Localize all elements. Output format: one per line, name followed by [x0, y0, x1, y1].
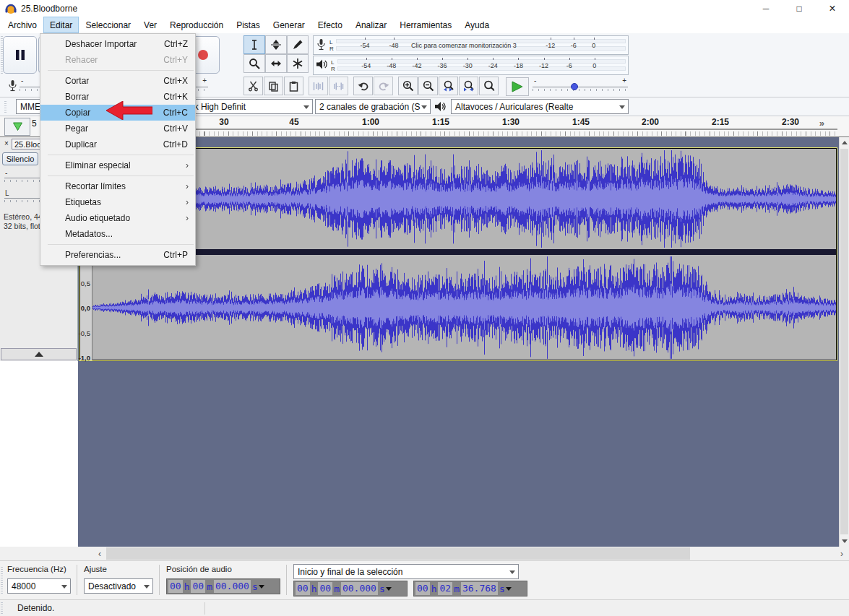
selection-start-field[interactable]: 00h00m00.000s [293, 581, 408, 597]
zoom-selection-button[interactable] [439, 77, 458, 95]
timeshift-tool-button[interactable] [265, 54, 287, 73]
menubar-item-ayuda[interactable]: Ayuda [458, 17, 496, 33]
zoom-tool-button[interactable] [244, 54, 265, 73]
scroll-right-arrow[interactable]: › [836, 547, 848, 560]
zoom-in-icon [402, 80, 414, 92]
meter-tick-label: -6 [571, 42, 577, 49]
selection-mode-combo[interactable]: Inicio y final de la selección [293, 564, 519, 579]
menu-item-preferencias[interactable]: Preferencias...Ctrl+P [40, 247, 195, 263]
undo-button[interactable] [353, 77, 373, 95]
menu-item-duplicar[interactable]: DuplicarCtrl+D [40, 136, 195, 152]
copy-button[interactable] [264, 77, 283, 95]
time-field-dropdown-arrow[interactable] [386, 581, 392, 596]
audio-position-label: Posición de audio [166, 565, 232, 573]
menu-item-etiquetas[interactable]: Etiquetas› [40, 194, 195, 210]
menu-item-metadatos[interactable]: Metadatos... [40, 226, 195, 242]
rate-combo[interactable]: 48000 [7, 578, 71, 594]
track-close-button[interactable]: × [2, 139, 11, 148]
menu-item-label: Rehacer [65, 55, 98, 65]
horizontal-scrollbar-thumb[interactable] [106, 547, 690, 560]
menu-item-shortcut: Ctrl+P [163, 250, 188, 260]
menu-item-audio-etiquetado[interactable]: Audio etiquetado› [40, 210, 195, 226]
snap-combo[interactable]: Desactivado [84, 578, 153, 594]
time-field-dropdown-arrow[interactable] [259, 579, 265, 594]
timeline-label-2-00: 2:00 [642, 117, 659, 127]
zoom-toggle-button[interactable] [479, 77, 499, 95]
menubar-item-archivo[interactable]: Archivo [1, 17, 43, 33]
timeline-label-2-30: 2:30 [782, 117, 799, 127]
scroll-left-arrow[interactable]: ‹ [94, 547, 105, 560]
mute-button[interactable]: Silencio [2, 152, 38, 165]
selection-mode-value: Inicio y final de la selección [298, 567, 402, 577]
redo-button[interactable] [374, 77, 393, 95]
multi-icon [292, 58, 303, 69]
menu-item-eliminar-especial[interactable]: Eliminar especial› [40, 157, 195, 173]
time-unit: s [499, 584, 506, 594]
mic-icon [7, 79, 18, 94]
zoom-in-button[interactable] [398, 77, 418, 95]
time-digits[interactable]: 00 [191, 580, 205, 593]
menubar-item-editar[interactable]: Editar [43, 17, 79, 33]
menu-item-recortar-limites[interactable]: Recortar límites› [40, 178, 195, 194]
menubar-item-pistas[interactable]: Pistas [230, 17, 267, 33]
menubar-item-seleccionar[interactable]: Seleccionar [79, 17, 137, 33]
menu-item-cortar[interactable]: CortarCtrl+X [40, 73, 195, 89]
time-digits[interactable]: 00 [168, 580, 183, 593]
time-digits[interactable]: 36.768 [461, 582, 498, 595]
audio-position-field[interactable]: 00h00m00.000s [166, 578, 280, 594]
draw-tool-button[interactable] [287, 35, 309, 54]
recording-channels-combo[interactable]: 2 canales de grabación (S [315, 99, 431, 114]
menu-item-pegar[interactable]: PegarCtrl+V [40, 121, 195, 136]
selection-tool-button[interactable] [244, 35, 265, 54]
timeline-pin-button[interactable] [4, 118, 30, 136]
trim-audio-button[interactable] [309, 77, 328, 95]
vertical-scrollbar[interactable] [839, 137, 849, 547]
time-digits[interactable]: 00 [318, 582, 332, 595]
time-field-dropdown-arrow[interactable] [506, 581, 512, 596]
maximize-button[interactable]: □ [783, 0, 816, 17]
play-speed-slider-thumb[interactable] [571, 83, 578, 90]
meter-tick-label: -12 [539, 62, 548, 69]
playback-meter[interactable]: LR-54-48-42-36-30-24-18-12-60 [313, 56, 629, 75]
pencil-icon [292, 39, 303, 51]
menubar-item-analizar[interactable]: Analizar [349, 17, 393, 33]
menubar-item-ver[interactable]: Ver [137, 17, 163, 33]
time-digits[interactable]: 00.000 [214, 580, 251, 593]
silence-audio-button[interactable] [329, 77, 348, 95]
scroll-up-arrow[interactable] [840, 137, 849, 148]
time-digits[interactable]: 00 [415, 582, 430, 595]
zoom-fit-button[interactable] [459, 77, 478, 95]
track-collapse-button[interactable] [1, 348, 77, 360]
recording-meter[interactable]: LR-54-48Clic para comenzar monitorizació… [313, 35, 629, 55]
play-at-speed-button[interactable] [506, 77, 529, 96]
close-button[interactable]: × [816, 0, 849, 17]
time-digits[interactable]: 00.000 [341, 582, 378, 595]
vertical-scrollbar-thumb[interactable] [840, 149, 848, 534]
menubar-item-herramientas[interactable]: Herramientas [393, 17, 458, 33]
menu-item-deshacer-importar[interactable]: Deshacer ImportarCtrl+Z [40, 36, 195, 52]
waveform-left-channel[interactable] [92, 149, 836, 249]
multi-tool-button[interactable] [287, 54, 309, 73]
play-speed-slider[interactable]: - + [533, 81, 628, 92]
title-bar: 25.Bloodborne ─ □ × [0, 0, 849, 17]
monitoring-message[interactable]: Clic para comenzar monitorización 3 [411, 42, 517, 49]
selection-end-field[interactable]: 00h02m36.768s [413, 581, 527, 597]
time-digits[interactable]: 00 [296, 582, 310, 595]
scroll-down-arrow[interactable] [840, 536, 849, 547]
toolbar-grip[interactable] [1, 567, 3, 594]
pause-button[interactable] [3, 36, 37, 74]
envelope-tool-button[interactable] [265, 35, 287, 54]
waveform-right-channel[interactable] [92, 255, 836, 360]
toolbar-grip[interactable] [4, 101, 7, 113]
playback-device-combo[interactable]: Altavoces / Auriculares (Realte [451, 99, 629, 114]
menubar-item-generar[interactable]: Generar [267, 17, 311, 33]
minimize-button[interactable]: ─ [749, 0, 783, 17]
horizontal-scrollbar[interactable]: ‹ › [0, 547, 849, 560]
menu-item-rehacer[interactable]: RehacerCtrl+Y [40, 52, 195, 68]
cut-button[interactable] [244, 77, 263, 95]
time-digits[interactable]: 02 [438, 582, 452, 595]
menubar-item-reproduccion[interactable]: Reproducción [163, 17, 230, 33]
zoom-out-button[interactable] [418, 77, 438, 95]
paste-button[interactable] [284, 77, 303, 95]
menubar-item-efecto[interactable]: Efecto [311, 17, 349, 33]
